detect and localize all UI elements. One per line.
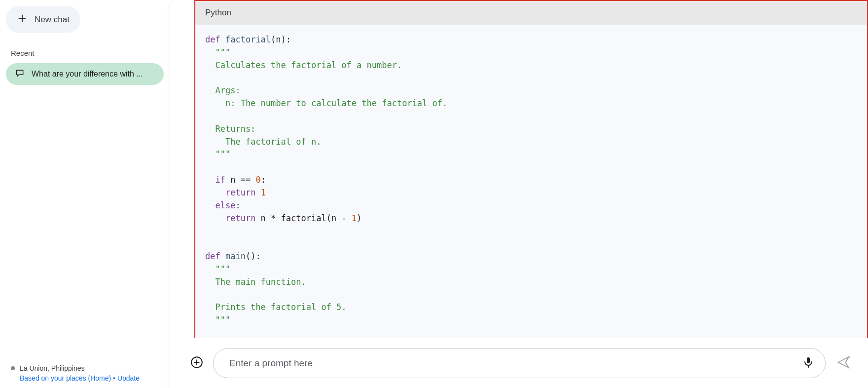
location-row: La Union, Philippines — [11, 364, 159, 372]
input-area — [170, 338, 868, 388]
send-button[interactable] — [833, 352, 853, 374]
main-content: Python def factorial(n): """ Calculates … — [170, 0, 868, 388]
plus-icon — [17, 13, 28, 26]
prompt-input-wrapper — [213, 348, 826, 378]
send-icon — [836, 355, 850, 371]
chat-content-area: Python def factorial(n): """ Calculates … — [170, 0, 868, 338]
location-detail-link[interactable]: Based on your places (Home) • Update — [11, 374, 159, 382]
code-body: def factorial(n): """ Calculates the fac… — [195, 25, 867, 338]
microphone-icon — [802, 356, 814, 370]
location-dot-icon — [11, 366, 15, 370]
recent-chat-item[interactable]: What are your difference with ... — [6, 63, 164, 85]
new-chat-button[interactable]: New chat — [6, 6, 80, 33]
new-chat-label: New chat — [35, 15, 70, 25]
code-language-label: Python — [195, 1, 867, 25]
prompt-input[interactable] — [229, 358, 798, 369]
sidebar-footer: La Union, Philippines Based on your plac… — [4, 364, 166, 382]
code-block: Python def factorial(n): """ Calculates … — [194, 0, 868, 338]
recent-section-label: Recent — [4, 47, 166, 63]
microphone-button[interactable] — [798, 352, 818, 374]
svg-point-6 — [848, 356, 850, 358]
location-text: La Union, Philippines — [20, 364, 85, 372]
recent-chat-label: What are your difference with ... — [32, 70, 155, 78]
plus-circle-icon — [190, 356, 203, 370]
add-attachment-button[interactable] — [188, 354, 205, 372]
chat-icon — [15, 68, 25, 80]
sidebar: New chat Recent What are your difference… — [0, 0, 170, 388]
